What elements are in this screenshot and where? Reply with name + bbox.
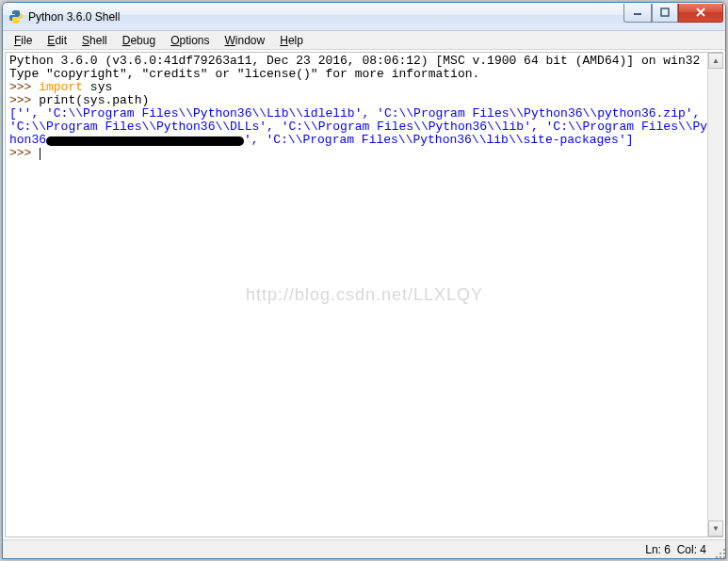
watermark: http://blog.csdn.net/LLXLQY [246,288,483,301]
statusbar: Ln: 6 Col: 4 [3,539,725,558]
output: ['', 'C:\\Program Files\\Python36\\Lib\\… [9,106,715,147]
close-button[interactable] [678,4,723,23]
cmd-print: print(sys.path) [39,93,149,107]
app-window: Python 3.6.0 Shell File Edit Shell Debug… [2,2,726,559]
menubar: File Edit Shell Debug Options Window Hel… [3,31,725,50]
redaction-bar [46,136,244,146]
cmd1-rest: sys [83,80,112,94]
menu-help[interactable]: Help [272,32,311,49]
line-value: 6 [664,543,671,556]
prompt: >>> [9,93,39,107]
window-controls [623,4,723,23]
window-title: Python 3.6.0 Shell [28,10,623,24]
banner-line-1: Python 3.6.0 (v3.6.0:41df79263a11, Dec 2… [9,54,700,68]
svg-rect-1 [661,8,669,16]
vertical-scrollbar[interactable]: ▲ ▼ [707,53,723,537]
maximize-button[interactable] [652,4,678,23]
scroll-up-button[interactable]: ▲ [708,53,723,69]
svg-rect-0 [634,13,641,15]
menu-window[interactable]: Window [218,32,273,49]
menu-options[interactable]: Options [163,32,217,49]
python-icon [8,9,24,24]
keyword-import: import [39,80,83,94]
line-label: Ln: [645,543,661,556]
menu-shell[interactable]: Shell [74,32,115,49]
prompt: >>> [9,146,39,160]
shell-text-area[interactable]: Python 3.6.0 (v3.6.0:41df79263a11, Dec 2… [6,53,723,537]
text-cursor [40,148,40,160]
menu-debug[interactable]: Debug [115,32,163,49]
minimize-button[interactable] [623,4,652,23]
banner-line-2: Type "copyright", "credits" or "license(… [9,67,479,81]
content-frame: Python 3.6.0 (v3.6.0:41df79263a11, Dec 2… [5,52,723,537]
scroll-track[interactable] [708,69,723,521]
menu-edit[interactable]: Edit [40,32,74,49]
titlebar[interactable]: Python 3.6.0 Shell [3,3,725,31]
col-label: Col: [677,543,697,556]
prompt: >>> [9,80,39,94]
menu-file[interactable]: File [7,32,40,49]
col-value: 4 [700,543,706,556]
scroll-down-button[interactable]: ▼ [708,521,723,537]
resize-grip[interactable] [713,546,726,559]
